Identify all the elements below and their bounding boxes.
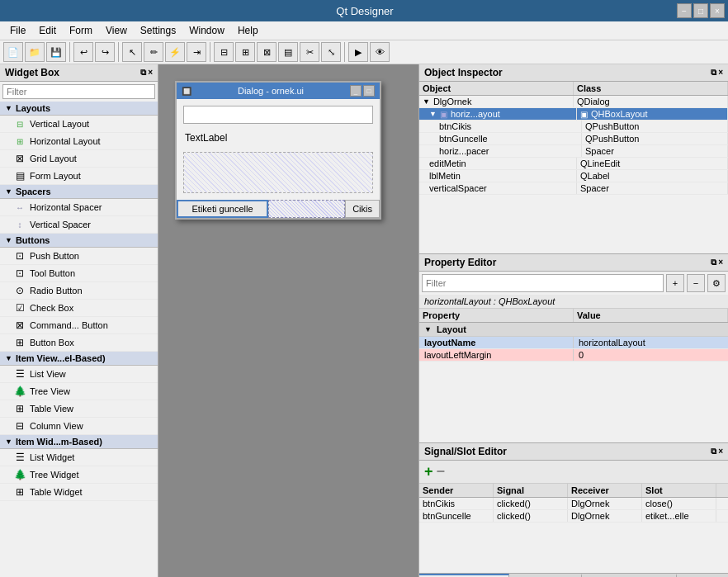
dialog-maximize[interactable]: □ [363, 85, 375, 97]
dialog-exit-button[interactable]: Cikis [345, 200, 380, 218]
dialog-minimize[interactable]: _ [350, 85, 362, 97]
table-row[interactable]: lblMetin QLabel [419, 170, 728, 182]
list-item[interactable]: layoutName horizontalLayout [419, 337, 728, 349]
item-views-label: Item View...el-Based) [16, 353, 106, 363]
oi-close-btn[interactable]: × [718, 68, 723, 78]
menu-view[interactable]: View [99, 23, 134, 38]
menu-help[interactable]: Help [231, 23, 265, 38]
widget-filter-input[interactable] [2, 84, 155, 99]
tb-redo[interactable]: ↪ [95, 42, 115, 62]
widget-vertical-layout[interactable]: ⊟ Vertical Layout [0, 116, 158, 133]
oi-cell-class: QDialog [574, 96, 728, 107]
widget-button-box[interactable]: ⊞ Button Box [0, 334, 158, 352]
oi-cell-class: QLabel [577, 170, 728, 182]
pe-config-btn[interactable]: ⚙ [707, 274, 726, 292]
widget-horizontal-layout[interactable]: ⊞ Horizontal Layout [0, 133, 158, 150]
dialog-update-button[interactable]: Etiketi guncelle [177, 200, 268, 218]
table-row[interactable]: btnCikis QPushButton [419, 121, 728, 133]
menu-window[interactable]: Window [182, 23, 231, 38]
widget-table-widget[interactable]: ⊞ Table Widget [0, 484, 158, 501]
tb-layout-f[interactable]: ▤ [278, 42, 298, 62]
widget-command-button[interactable]: ⊠ Command... Button [0, 317, 158, 334]
category-item-views[interactable]: ▼ Item View...el-Based) [0, 352, 158, 366]
tb-layout-h[interactable]: ⊟ [214, 42, 234, 62]
pe-add-btn[interactable]: + [666, 274, 684, 292]
button-box-label: Button Box [30, 338, 74, 348]
widget-tree-view[interactable]: 🌲 Tree View [0, 383, 158, 400]
tb-undo[interactable]: ↩ [73, 42, 93, 62]
table-row[interactable]: btnCikis clicked() DlgOrnek close() [419, 498, 728, 510]
widget-h-spacer[interactable]: ↔ Horizontal Spacer [0, 199, 158, 216]
tb-tab[interactable]: ⇥ [187, 42, 206, 62]
category-buttons[interactable]: ▼ Buttons [0, 234, 158, 248]
menu-settings[interactable]: Settings [134, 23, 182, 38]
widget-table-view[interactable]: ⊞ Table View [0, 400, 158, 418]
tab-signal-slot[interactable]: Signal/Slot Editor [419, 574, 509, 577]
widget-list-widget[interactable]: ☰ List Widget [0, 449, 158, 466]
tb-save[interactable]: 💾 [46, 42, 66, 62]
menu-form[interactable]: Form [63, 23, 99, 38]
table-row[interactable]: verticalSpacer Spacer [419, 182, 728, 195]
widget-column-view[interactable]: ⊟ Column View [0, 418, 158, 435]
tab-resource-browser[interactable]: Resource Browser [582, 574, 677, 577]
widget-tree-widget[interactable]: 🌲 Tree Widget [0, 466, 158, 484]
table-row[interactable]: horiz...pacer Spacer [419, 145, 728, 158]
tb-connect[interactable]: ⚡ [165, 42, 185, 62]
pe-filter-input[interactable] [422, 274, 664, 292]
qhboxlayout-icon: ▣ [580, 110, 588, 119]
ss-title: Signal/Slot Editor [424, 446, 507, 457]
widget-radio-button[interactable]: ⊙ Radio Button [0, 282, 158, 300]
pe-remove-btn[interactable]: − [687, 274, 705, 292]
ss-signal-1: clicked() [494, 498, 568, 509]
tab-action-editor[interactable]: Action Editor [509, 574, 581, 577]
category-layouts[interactable]: ▼ Layouts [0, 102, 158, 116]
tb-break[interactable]: ✂ [300, 42, 319, 62]
widget-list-view[interactable]: ☰ List View [0, 366, 158, 383]
widget-grid-layout[interactable]: ⊠ Grid Layout [0, 150, 158, 168]
table-row[interactable]: btnGuncelle QPushButton [419, 133, 728, 145]
table-row[interactable]: ▼ ▣ horiz...ayout ▣ QHBoxLayout [419, 108, 728, 121]
widget-tool-button[interactable]: ⊡ Tool Button [0, 265, 158, 282]
tb-select[interactable]: ↖ [122, 42, 142, 62]
menu-edit[interactable]: Edit [32, 23, 63, 38]
tb-edit[interactable]: ✏ [144, 42, 163, 62]
tb-layout-g[interactable]: ⊠ [257, 42, 277, 62]
pe-float-btn[interactable]: ⧉ [711, 258, 716, 267]
table-row[interactable]: editMetin QLineEdit [419, 158, 728, 170]
widget-push-button[interactable]: ⊡ Push Button [0, 248, 158, 265]
close-button[interactable]: × [710, 3, 725, 18]
canvas-scroll[interactable]: 🔲 Dialog - ornek.ui _ □ TextLabel Etiket… [158, 64, 418, 577]
ss-slot-1: close() [642, 498, 716, 509]
tool-button-icon: ⊡ [13, 267, 26, 280]
layout-icon: ▣ [440, 110, 447, 119]
tb-new[interactable]: 📄 [3, 42, 23, 62]
oi-object-name: editMetin [429, 158, 466, 168]
tb-layout-v[interactable]: ⊞ [235, 42, 255, 62]
tb-adjust[interactable]: ⤡ [321, 42, 341, 62]
dialog-lineedit[interactable] [183, 106, 373, 124]
maximize-button[interactable]: □ [693, 3, 708, 18]
tb-view[interactable]: 👁 [370, 42, 390, 62]
widget-box-float[interactable]: ⧉ [140, 68, 146, 78]
tb-preview[interactable]: ▶ [348, 42, 368, 62]
ss-float-btn[interactable]: ⧉ [711, 447, 716, 456]
table-row[interactable]: ▼ DlgOrnek QDialog [419, 96, 728, 108]
minimize-button[interactable]: − [677, 3, 692, 18]
table-row[interactable]: btnGuncelle clicked() DlgOrnek etiket...… [419, 510, 728, 523]
tb-open[interactable]: 📁 [25, 42, 45, 62]
item-views-arrow: ▼ [5, 354, 12, 362]
oi-float-btn[interactable]: ⧉ [711, 68, 716, 78]
ss-remove-button[interactable]: − [437, 463, 446, 480]
widget-box-close[interactable]: × [148, 68, 153, 78]
pe-close-btn[interactable]: × [718, 258, 723, 267]
category-spacers[interactable]: ▼ Spacers [0, 185, 158, 199]
ss-close-btn[interactable]: × [718, 447, 723, 456]
signal-slot-editor: Signal/Slot Editor ⧉ × + − Sender Signal… [419, 443, 728, 577]
menu-file[interactable]: File [3, 23, 32, 38]
list-item[interactable]: lavoutLeftMargin 0 [419, 349, 728, 362]
widget-v-spacer[interactable]: ↕ Vertical Spacer [0, 216, 158, 234]
widget-check-box[interactable]: ☑ Check Box [0, 300, 158, 317]
widget-form-layout[interactable]: ▤ Form Layout [0, 168, 158, 185]
category-item-widgets[interactable]: ▼ Item Wid...m-Based) [0, 435, 158, 449]
ss-add-button[interactable]: + [424, 463, 433, 480]
